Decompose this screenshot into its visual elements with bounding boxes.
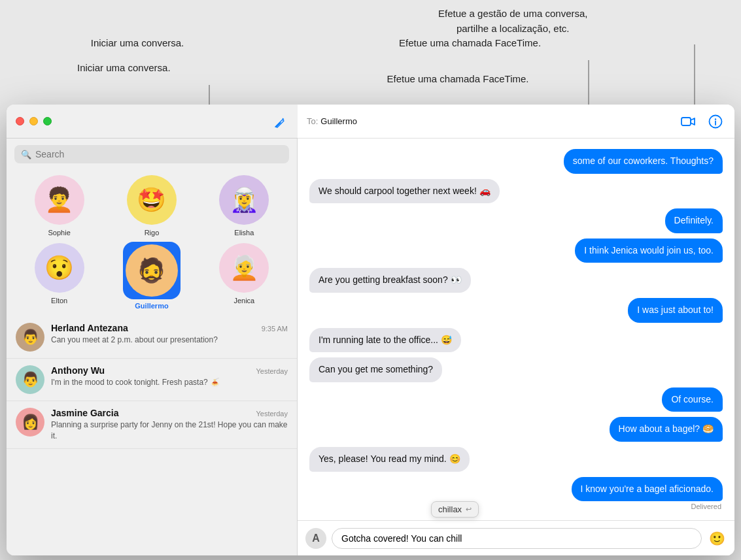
contact-label-jenica: Jenica	[233, 297, 254, 305]
conv-item-herland[interactable]: 👨 Herland Antezana 9:35 AM Can you meet …	[7, 316, 297, 359]
emoji-icon: 🙂	[709, 531, 725, 546]
conv-time-jasmine: Yesterday	[256, 410, 288, 418]
minimize-button[interactable]	[29, 117, 38, 125]
annotation-start-convo: Iniciar uma conversa.	[77, 62, 171, 73]
conv-item-anthony[interactable]: 👨 Anthony Wu Yesterday I'm in the mood t…	[7, 359, 297, 401]
annotation-facetime: Efetue uma chamada FaceTime.	[399, 36, 541, 51]
bubble-m4: I think Jenica would join us, too.	[575, 239, 723, 263]
msg-m1: some of our coworkers. Thoughts?	[309, 149, 723, 174]
msg-m12: I know you're a bagel aficionado. Delive…	[309, 477, 723, 511]
autocorrect-arrow: ↩	[466, 505, 472, 514]
message-input[interactable]	[332, 528, 702, 549]
contact-label-elton: Elton	[51, 297, 67, 305]
avatar-anthony: 👨	[16, 365, 44, 394]
msg-m11: Yes, please! You read my mind. 😊	[309, 447, 723, 472]
contact-pin-sophie[interactable]: 🧑‍🦱 Sophie	[30, 174, 89, 237]
autocorrect-popup[interactable]: chillax ↩	[431, 501, 479, 518]
chat-to-label: To:	[307, 116, 318, 126]
pinned-row-2: 😯 Elton 🧔 Guillermo 🧑‍🦳 Jenica	[7, 239, 297, 316]
search-icon: 🔍	[21, 150, 31, 159]
avatar-elisha: 🧝‍♀️	[219, 175, 269, 225]
bubble-m1: some of our coworkers. Thoughts?	[564, 149, 723, 174]
msg-m6: I was just about to!	[309, 298, 723, 323]
msg-m5: Are you getting breakfast soon? 👀	[309, 268, 723, 293]
svg-point-3	[715, 118, 716, 120]
window-controls	[16, 117, 52, 125]
close-button[interactable]	[16, 117, 24, 125]
contact-pin-guillermo[interactable]: 🧔 Guillermo	[122, 242, 181, 310]
conv-item-jasmine[interactable]: 👩 Jasmine Garcia Yesterday Planning a su…	[7, 401, 297, 449]
conversation-list: 👨 Herland Antezana 9:35 AM Can you meet …	[7, 316, 297, 555]
avatar-jenica: 🧑‍🦳	[219, 243, 269, 293]
msg-m7: I'm running late to the office... 😅	[309, 328, 723, 353]
annotation-manage: Efetue a gestão de uma conversa,partilhe…	[438, 7, 587, 36]
contact-pin-elisha[interactable]: 🧝‍♀️ Elisha	[215, 174, 273, 237]
pinned-row-1: 🧑‍🦱 Sophie 🤩 Rigo 🧝‍♀️ Elisha	[7, 169, 297, 239]
contact-pin-rigo[interactable]: 🤩 Rigo	[122, 174, 181, 237]
conv-preview-anthony: I'm in the mood to cook tonight. Fresh p…	[51, 377, 288, 388]
avatar-sophie: 🧑‍🦱	[35, 175, 84, 225]
contact-pin-jenica[interactable]: 🧑‍🦳 Jenica	[215, 242, 273, 310]
msg-m9: Of course.	[309, 387, 723, 412]
msg-m10: How about a bagel? 🥯	[309, 417, 723, 442]
messages-window: 🔍 🧑‍🦱 Sophie 🤩 Rigo 🧝‍♀️ Elis	[7, 105, 734, 555]
conv-time-anthony: Yesterday	[256, 367, 288, 375]
messages-area: some of our coworkers. Thoughts? We shou…	[298, 139, 734, 520]
callout-start-convo: Iniciar uma conversa.	[65, 36, 209, 50]
callout-facetime: Efetue uma chamada FaceTime.	[366, 72, 549, 86]
app-icon-label: A	[312, 533, 320, 544]
bubble-m3: Definitely.	[665, 208, 723, 233]
app-icon-button[interactable]: A	[305, 528, 326, 549]
chat-to-name: Guillermo	[320, 116, 357, 126]
bubble-m9: Of course.	[662, 387, 723, 412]
msg-m4: I think Jenica would join us, too.	[309, 239, 723, 263]
facetime-button[interactable]	[678, 112, 698, 131]
conv-name-herland: Herland Antezana	[51, 323, 128, 333]
conv-preview-jasmine: Planning a surprise party for Jenny on t…	[51, 420, 288, 442]
contact-label-sophie: Sophie	[48, 229, 71, 237]
conv-name-jasmine: Jasmine Garcia	[51, 408, 119, 418]
header-actions	[678, 112, 725, 131]
search-bar[interactable]: 🔍	[14, 145, 289, 163]
emoji-button[interactable]: 🙂	[707, 529, 727, 548]
bubble-m10: How about a bagel? 🥯	[610, 417, 723, 442]
contact-label-guillermo: Guillermo	[135, 302, 168, 310]
bubble-m11: Yes, please! You read my mind. 😊	[309, 447, 470, 472]
bubble-m6: I was just about to!	[628, 298, 723, 323]
msg-m8: Can you get me something?	[309, 357, 723, 382]
avatar-rigo: 🤩	[127, 175, 177, 225]
svg-rect-1	[681, 118, 691, 125]
autocorrect-word: chillax	[438, 504, 462, 514]
contact-pin-elton[interactable]: 😯 Elton	[30, 242, 89, 310]
chat-header: To: Guillermo	[298, 105, 734, 139]
conv-name-anthony: Anthony Wu	[51, 365, 105, 376]
chat-panel: some of our coworkers. Thoughts? We shou…	[298, 105, 734, 555]
avatar-guillermo: 🧔	[126, 244, 178, 297]
contact-label-rigo: Rigo	[145, 229, 160, 237]
bubble-m5: Are you getting breakfast soon? 👀	[309, 268, 471, 293]
avatar-herland: 👨	[16, 323, 44, 352]
contact-label-elisha: Elisha	[234, 229, 254, 237]
bubble-m8: Can you get me something?	[309, 357, 442, 382]
msg-m3: Definitely.	[309, 208, 723, 233]
search-input[interactable]	[35, 149, 283, 159]
compose-button[interactable]	[271, 114, 288, 131]
avatar-jasmine: 👩	[16, 408, 44, 436]
bubble-m7: I'm running late to the office... 😅	[309, 328, 461, 353]
bubble-m2: We should carpool together next week! 🚗	[309, 179, 500, 204]
bubble-m12: I know you're a bagel aficionado.	[572, 477, 723, 502]
msg-m2: We should carpool together next week! 🚗	[309, 179, 723, 204]
sidebar: 🔍 🧑‍🦱 Sophie 🤩 Rigo 🧝‍♀️ Elis	[7, 105, 298, 555]
info-button[interactable]	[706, 112, 725, 131]
conv-preview-herland: Can you meet at 2 p.m. about our present…	[51, 335, 288, 346]
avatar-elton: 😯	[35, 243, 84, 293]
input-area: A 🙂 chillax ↩	[298, 520, 734, 555]
conv-time-herland: 9:35 AM	[262, 325, 288, 333]
maximize-button[interactable]	[43, 117, 52, 125]
delivered-label: Delivered	[691, 502, 723, 510]
